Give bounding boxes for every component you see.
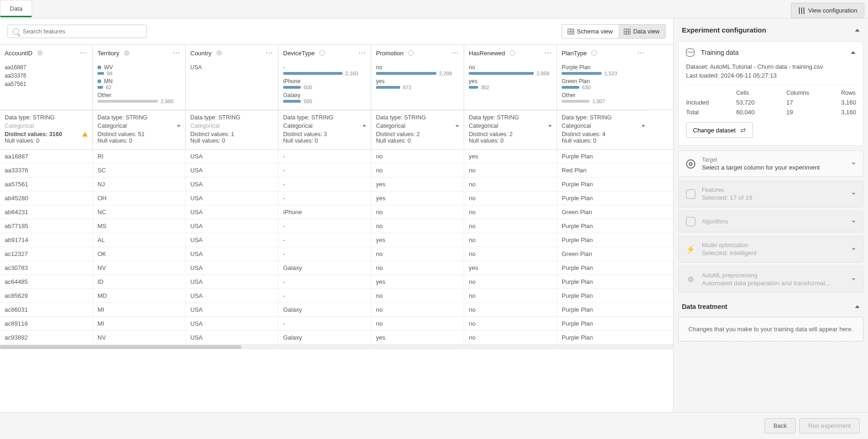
table-cell: Red Plan [557, 164, 650, 177]
training-data-header[interactable]: Training data [679, 42, 863, 63]
table-cell: ab45280 [0, 191, 93, 205]
feature-type-select: Categorical [190, 123, 273, 129]
data-view-button[interactable]: Data view [618, 25, 665, 38]
table-row[interactable]: ac30783NVUSAGalaxynoyesPurple Plan [0, 261, 673, 275]
table-row[interactable]: ab45280OHUSA-yesnoPurple Plan [0, 191, 673, 205]
data-view-label: Data view [633, 28, 660, 35]
column-more-icon[interactable]: ⋯ [637, 49, 645, 57]
table-row[interactable]: ab77185MSUSA-nonoPurple Plan [0, 219, 673, 233]
column-header-plantype[interactable]: PlanType⋯ [557, 45, 650, 61]
change-dataset-button[interactable]: Change dataset ⇄ [686, 122, 753, 138]
null-values-label: Null values: 0 [190, 138, 273, 144]
table-cell: AL [93, 233, 186, 247]
table-cell: - [279, 317, 371, 330]
distinct-values-label: Distinct values: 3 [283, 131, 327, 138]
horizontal-scrollbar[interactable] [0, 345, 673, 349]
table-cell: - [279, 177, 371, 191]
table-row[interactable]: ac64485IDUSA-yesnoPurple Plan [0, 275, 673, 289]
feature-type-select[interactable]: Categorical [97, 123, 181, 129]
shuffle-icon: ⇄ [740, 126, 746, 134]
table-cell: no [464, 275, 557, 288]
target-card[interactable]: Target Select a target column for your e… [678, 151, 863, 177]
view-configuration-button[interactable]: View configuration [791, 3, 864, 18]
table-cell: - [279, 289, 371, 302]
table-row[interactable]: ac93892NVUSAGalaxyyesnoPurple Plan [0, 331, 673, 345]
column-distribution: aa16887aa33376aa57561 [0, 61, 92, 104]
data-type-label: Data type: STRING [97, 114, 181, 121]
tab-data[interactable]: Data [0, 0, 32, 17]
chevron-down-icon [363, 125, 366, 127]
feature-type-select[interactable]: Categorical [469, 123, 552, 129]
table-row[interactable]: ac85629MDUSA-nonoPurple Plan [0, 289, 673, 303]
training-data-title: Training data [701, 49, 738, 56]
table-cell: no [464, 331, 557, 344]
stats-total-rows: 3,160 [841, 109, 868, 116]
search-features-box[interactable] [7, 25, 147, 38]
column-header-country[interactable]: Country⋯ [186, 45, 278, 61]
table-row[interactable]: ab64231NCUSAiPhonenonoGreen Plan [0, 205, 673, 219]
table-cell: Purple Plan [557, 317, 650, 330]
table-cell: MI [93, 317, 186, 330]
experiment-config-header[interactable]: Experiment configuration [674, 19, 868, 41]
scrollbar-thumb[interactable] [0, 345, 241, 349]
column-header-promotion[interactable]: Promotion⋯ [371, 45, 464, 61]
data-table[interactable]: AccountID⋯aa16887aa33376aa57561Territory… [0, 44, 673, 412]
table-cell: yes [371, 233, 464, 247]
column-distribution: WV98MN82Other2,980 [93, 61, 185, 110]
table-row[interactable]: ac12327OKUSA-nonoGreen Plan [0, 247, 673, 261]
feature-type-select[interactable]: Categorical [376, 123, 459, 129]
table-cell: yes [371, 331, 464, 344]
column-name: AccountID [5, 50, 32, 57]
data-treatment-header[interactable]: Data treatment [674, 296, 868, 317]
back-button[interactable]: Back [764, 418, 796, 433]
chevron-up-icon [851, 51, 855, 54]
data-type-label: Data type: STRING [190, 114, 273, 121]
column-header-hasrenewed[interactable]: HasRenewed⋯ [464, 45, 557, 61]
column-distribution: USA [186, 61, 278, 104]
table-row[interactable]: aa33376SCUSA-nonoRed Plan [0, 164, 673, 177]
table-row[interactable]: aa16887RIUSA-noyesPurple Plan [0, 150, 673, 164]
table-cell: Purple Plan [557, 219, 650, 233]
table-cell: MD [93, 289, 186, 302]
column-header-territory[interactable]: Territory⋯ [93, 45, 185, 61]
column-more-icon[interactable]: ⋯ [451, 49, 459, 57]
table-cell: - [279, 191, 371, 205]
model-optimization-card[interactable]: ⚡ Model optimization Selected: Intellige… [678, 236, 863, 262]
feature-type-select[interactable]: Categorical [283, 123, 366, 129]
table-cell: yes [464, 261, 557, 275]
table-row[interactable]: ab91714ALUSA-yesnoPurple Plan [0, 233, 673, 247]
table-cell: Purple Plan [557, 233, 650, 247]
column-more-icon[interactable]: ⋯ [544, 49, 552, 57]
table-cell: no [371, 303, 464, 316]
column-header-devicetype[interactable]: DeviceType⋯ [279, 45, 371, 61]
target-value: Select a target column for your experime… [702, 164, 820, 171]
column-more-icon[interactable]: ⋯ [173, 49, 181, 57]
table-cell: Galaxy [279, 303, 371, 316]
stats-included-cols: 17 [786, 99, 833, 106]
table-cell: yes [464, 150, 557, 163]
search-icon [13, 28, 19, 35]
run-experiment-button[interactable]: Run experiment [799, 418, 860, 433]
chevron-down-icon [852, 221, 855, 223]
status-dot-icon [216, 50, 222, 56]
table-row[interactable]: ac89116MIUSA-nonoPurple Plan [0, 317, 673, 331]
table-cell: iPhone [279, 205, 371, 219]
features-card[interactable]: Features Selected: 17 of 19 [678, 181, 863, 207]
stats-total-cells: 60,040 [736, 109, 778, 116]
schema-view-button[interactable]: Schema view [562, 25, 618, 38]
column-more-icon[interactable]: ⋯ [266, 49, 273, 57]
table-row[interactable]: ac86031MIUSAGalaxynonoPurple Plan [0, 303, 673, 317]
null-values-label: Null values: 0 [97, 138, 181, 144]
algorithms-card[interactable]: Algorithms [678, 211, 863, 232]
status-ring-icon [510, 50, 515, 56]
table-cell: no [464, 247, 557, 261]
column-more-icon[interactable]: ⋯ [358, 49, 366, 57]
preprocessing-card[interactable]: ⚙ AutoML preprocessing Automated data pr… [678, 266, 863, 293]
search-input[interactable] [23, 28, 142, 35]
table-cell: no [371, 261, 464, 275]
table-row[interactable]: aa57561NJUSA-yesnoPurple Plan [0, 177, 673, 191]
feature-type-select[interactable]: Categorical [562, 123, 645, 129]
table-cell: Purple Plan [557, 331, 650, 344]
column-header-accountid[interactable]: AccountID⋯ [0, 45, 92, 61]
column-more-icon[interactable]: ⋯ [80, 49, 88, 57]
